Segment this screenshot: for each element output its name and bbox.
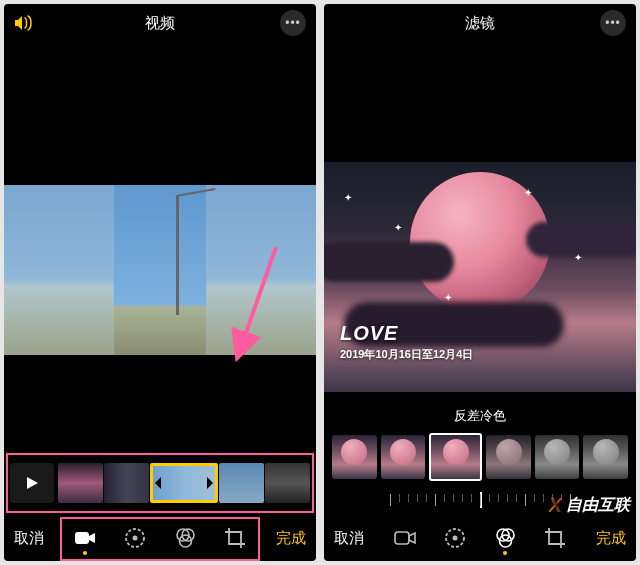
active-dot xyxy=(83,551,87,555)
clip-thumb[interactable] xyxy=(265,463,310,503)
intensity-slider[interactable] xyxy=(324,485,636,515)
clip-thumb-selected[interactable] xyxy=(150,463,219,503)
video-preview[interactable] xyxy=(4,42,316,457)
video-preview[interactable]: ✦ ✦ ✦ ✦ ✦ LOVE 2019年10月16日至12月4日 xyxy=(324,42,636,401)
bottom-bar: 取消 完成 xyxy=(4,515,316,561)
play-button[interactable] xyxy=(10,463,54,503)
preview-overlay-text: LOVE 2019年10月16日至12月4日 xyxy=(340,322,473,362)
clip-thumb[interactable] xyxy=(104,463,149,503)
done-button[interactable]: 完成 xyxy=(596,529,626,548)
tool-icons xyxy=(74,527,246,549)
volume-icon[interactable] xyxy=(14,15,34,31)
filters-tab-icon[interactable] xyxy=(494,527,516,549)
active-dot xyxy=(503,551,507,555)
filter-thumb[interactable] xyxy=(583,435,628,479)
overlay-title: LOVE xyxy=(340,322,473,345)
video-tab-icon[interactable] xyxy=(394,527,416,549)
svg-point-8 xyxy=(453,536,458,541)
svg-point-2 xyxy=(133,536,138,541)
filter-thumb[interactable] xyxy=(535,435,580,479)
screen-video-edit: 视频 ••• 取消 xyxy=(4,4,316,561)
top-bar: 滤镜 ••• xyxy=(324,4,636,42)
page-title: 滤镜 xyxy=(465,14,495,33)
video-tab-icon[interactable] xyxy=(74,527,96,549)
preview-image: ✦ ✦ ✦ ✦ ✦ LOVE 2019年10月16日至12月4日 xyxy=(324,162,636,392)
adjust-tab-icon[interactable] xyxy=(444,527,466,549)
filter-thumb[interactable] xyxy=(381,435,426,479)
more-icon[interactable]: ••• xyxy=(600,10,626,36)
cancel-button[interactable]: 取消 xyxy=(334,529,364,548)
filters-tab-icon[interactable] xyxy=(174,527,196,549)
timeline-scrubber[interactable] xyxy=(10,457,310,509)
overlay-date: 2019年10月16日至12月4日 xyxy=(340,347,473,362)
screen-filter-edit: 滤镜 ••• ✦ ✦ ✦ ✦ ✦ LOVE 2019年10月16日至12月4日 … xyxy=(324,4,636,561)
svg-rect-6 xyxy=(395,532,409,544)
clip-list[interactable] xyxy=(58,463,310,503)
cancel-button[interactable]: 取消 xyxy=(14,529,44,548)
tool-icons xyxy=(394,527,566,549)
preview-image xyxy=(4,185,316,355)
clip-thumb[interactable] xyxy=(58,463,103,503)
filter-thumb-selected[interactable] xyxy=(429,433,482,481)
filter-name-label: 反差冷色 xyxy=(324,401,636,433)
svg-rect-0 xyxy=(75,532,89,544)
page-title: 视频 xyxy=(145,14,175,33)
filter-thumb[interactable] xyxy=(332,435,377,479)
crop-tab-icon[interactable] xyxy=(224,527,246,549)
clip-thumb[interactable] xyxy=(219,463,264,503)
filter-thumb[interactable] xyxy=(486,435,531,479)
bottom-bar: 取消 完成 xyxy=(324,515,636,561)
adjust-tab-icon[interactable] xyxy=(124,527,146,549)
done-button[interactable]: 完成 xyxy=(276,529,306,548)
filter-thumbnails[interactable] xyxy=(324,433,636,481)
crop-tab-icon[interactable] xyxy=(544,527,566,549)
top-bar: 视频 ••• xyxy=(4,4,316,42)
more-icon[interactable]: ••• xyxy=(280,10,306,36)
